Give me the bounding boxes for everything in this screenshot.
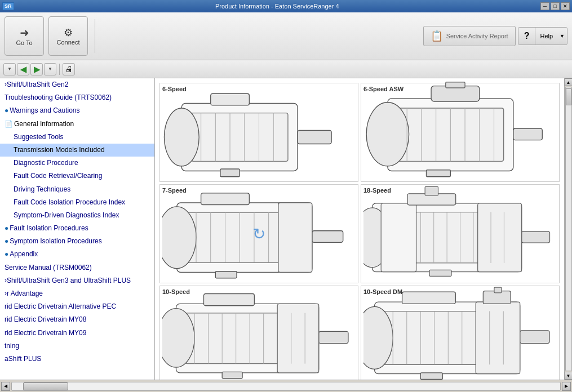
symptom-isolation-bullet: ● bbox=[5, 237, 8, 245]
toolbar-right: 📋 Service Activity Report ? Help ▼ bbox=[423, 26, 567, 46]
sidebar-item-fault-index[interactable]: Fault Code Isolation Procedure Index bbox=[0, 196, 154, 209]
svg-point-57 bbox=[162, 308, 194, 367]
sar-button[interactable]: 📋 Service Activity Report bbox=[423, 26, 516, 46]
sidebar-item-service-manual[interactable]: Service Manual (TRSM0062) bbox=[0, 261, 154, 274]
svg-rect-86 bbox=[420, 373, 442, 379]
appendix-bullet: ● bbox=[5, 250, 8, 258]
sidebar: ›Shift/UltraShift Gen2 Troubleshooting G… bbox=[0, 78, 155, 380]
goto-label: Go To bbox=[16, 39, 32, 46]
svg-rect-53 bbox=[425, 186, 438, 195]
sidebar-item-trans-models[interactable]: Transmission Models Included bbox=[0, 144, 154, 157]
sidebar-item-troubleshoot[interactable]: Troubleshooting Guide (TRTS0062) bbox=[0, 91, 154, 104]
scroll-up-button[interactable]: ▲ bbox=[565, 78, 573, 86]
svg-rect-44 bbox=[381, 203, 416, 272]
sidebar-item-autoshift-gen2[interactable]: ›Shift/UltraShift Gen2 bbox=[0, 78, 154, 91]
window-title: Product Information - Eaton ServiceRange… bbox=[14, 3, 540, 10]
maximize-button[interactable]: □ bbox=[551, 2, 560, 10]
nav-forward-button[interactable]: ▶ bbox=[30, 63, 43, 75]
nav-bar: ▼ ◀ ▶ ▼ 🖨 bbox=[0, 60, 572, 78]
svg-rect-15 bbox=[513, 128, 542, 140]
image-18speed bbox=[363, 196, 557, 280]
hscroll-right-button[interactable]: ▶ bbox=[562, 382, 571, 391]
close-button[interactable]: ✕ bbox=[561, 2, 570, 10]
scroll-track bbox=[565, 87, 572, 371]
svg-rect-76 bbox=[494, 287, 502, 293]
cell-10speed: 10-Speed bbox=[159, 286, 358, 380]
image-10speed bbox=[162, 297, 356, 380]
sidebar-item-driving-tech[interactable]: Driving Techniques bbox=[0, 183, 154, 196]
warnings-bullet: ● bbox=[5, 106, 8, 114]
bottom-bar: ◀ ▶ bbox=[0, 380, 572, 392]
connect-label: Connect bbox=[57, 39, 80, 46]
sidebar-item-general-info[interactable]: 📄General Information bbox=[0, 118, 154, 131]
sidebar-item-symptom-driven[interactable]: Symptom-Driven Diagnostics Index bbox=[0, 209, 154, 222]
sidebar-item-warnings[interactable]: ●Warnings and Cautions bbox=[0, 104, 154, 117]
sidebar-item-ultrashift-plus[interactable]: aShift PLUS bbox=[0, 353, 154, 366]
svg-rect-42 bbox=[522, 231, 550, 243]
image-6speed bbox=[162, 95, 356, 179]
sidebar-item-advantage[interactable]: ›r Advantage bbox=[0, 287, 154, 300]
nav-back-button[interactable]: ◀ bbox=[17, 63, 29, 75]
cell-6speed-asw: 6-Speed ASW bbox=[361, 83, 560, 182]
connect-icon: ⚙ bbox=[64, 26, 73, 39]
svg-rect-59 bbox=[277, 304, 318, 372]
toolbar-separator bbox=[95, 19, 95, 53]
svg-point-14 bbox=[366, 102, 409, 166]
svg-rect-29 bbox=[312, 230, 343, 242]
cell-6speed: 6-Speed bbox=[159, 83, 358, 182]
svg-rect-69 bbox=[222, 372, 242, 378]
hscroll-thumb[interactable] bbox=[23, 382, 68, 390]
sidebar-item-hybrid-my09[interactable]: rid Electric Drivetrain MY09 bbox=[0, 327, 154, 340]
cell-18speed: 18-Speed bbox=[361, 184, 560, 283]
sidebar-item-symptom-isolation[interactable]: ●Symptom Isolation Procedures bbox=[0, 235, 154, 248]
svg-rect-73 bbox=[520, 331, 549, 344]
minimize-button[interactable]: ─ bbox=[540, 2, 549, 10]
svg-rect-17 bbox=[446, 82, 465, 87]
help-question-icon: ? bbox=[518, 28, 536, 44]
sidebar-item-autoshift-gen3[interactable]: ›Shift/UltraShift Gen3 and UltraShift PL… bbox=[0, 274, 154, 287]
nav-separator bbox=[59, 64, 60, 75]
svg-rect-85 bbox=[402, 292, 456, 304]
svg-rect-3 bbox=[298, 130, 331, 144]
cell-10speed-dm: 10-Speed DM bbox=[361, 286, 560, 380]
sr-badge: SR bbox=[2, 2, 14, 10]
help-label: Help bbox=[535, 29, 557, 43]
svg-rect-58 bbox=[319, 331, 348, 343]
svg-rect-54 bbox=[429, 270, 451, 276]
image-7speed bbox=[162, 196, 356, 280]
image-10speed-dm bbox=[363, 297, 557, 380]
svg-rect-30 bbox=[278, 203, 312, 272]
sidebar-item-diag-proc[interactable]: Diagnostic Procedure bbox=[0, 157, 154, 170]
sidebar-item-fault-retrieval[interactable]: Fault Code Retrieval/Clearing bbox=[0, 170, 154, 182]
help-dropdown-icon[interactable]: ▼ bbox=[557, 30, 567, 42]
sidebar-item-lightning[interactable]: tning bbox=[0, 340, 154, 353]
scroll-down-button[interactable]: ▼ bbox=[565, 372, 573, 380]
goto-icon: ➜ bbox=[20, 26, 29, 39]
main-content: ›Shift/UltraShift Gen2 Troubleshooting G… bbox=[0, 78, 572, 380]
cell-7speed: 7-Speed bbox=[159, 184, 358, 283]
right-scrollbar[interactable]: ▲ ▼ bbox=[564, 78, 572, 380]
svg-rect-25 bbox=[426, 170, 450, 176]
goto-button[interactable]: ➜ Go To bbox=[5, 16, 44, 56]
sidebar-item-suggested-tools[interactable]: Suggested Tools bbox=[0, 131, 154, 144]
sidebar-item-hybrid-alt[interactable]: rid Electric Drivetrain Alternative PEC bbox=[0, 300, 154, 313]
sar-label: Service Activity Report bbox=[446, 33, 508, 39]
svg-point-2 bbox=[164, 108, 199, 166]
help-button[interactable]: ? Help ▼ bbox=[518, 27, 567, 45]
connect-button[interactable]: ⚙ Connect bbox=[48, 16, 88, 56]
nav-dropdown-back[interactable]: ▼ bbox=[3, 63, 16, 75]
content-area: 6-Speed bbox=[155, 78, 564, 380]
sar-icon: 📋 bbox=[431, 30, 443, 42]
sidebar-item-fault-isolation[interactable]: ●Fault Isolation Procedures bbox=[0, 222, 154, 235]
sidebar-item-hybrid-my08[interactable]: rid Electric Drivetrain MY08 bbox=[0, 313, 154, 326]
svg-rect-10 bbox=[211, 93, 250, 105]
nav-dropdown-forward[interactable]: ▼ bbox=[44, 63, 56, 75]
scroll-thumb[interactable] bbox=[566, 88, 571, 105]
print-button[interactable]: 🖨 bbox=[63, 63, 75, 75]
svg-rect-74 bbox=[476, 302, 520, 373]
hscroll-left-button[interactable]: ◀ bbox=[1, 382, 10, 391]
general-info-icon: 📄 bbox=[5, 120, 13, 128]
horizontal-scrollbar[interactable] bbox=[11, 382, 561, 391]
sidebar-item-appendix[interactable]: ●Appendix bbox=[0, 248, 154, 261]
window-controls: ─ □ ✕ bbox=[540, 2, 570, 10]
